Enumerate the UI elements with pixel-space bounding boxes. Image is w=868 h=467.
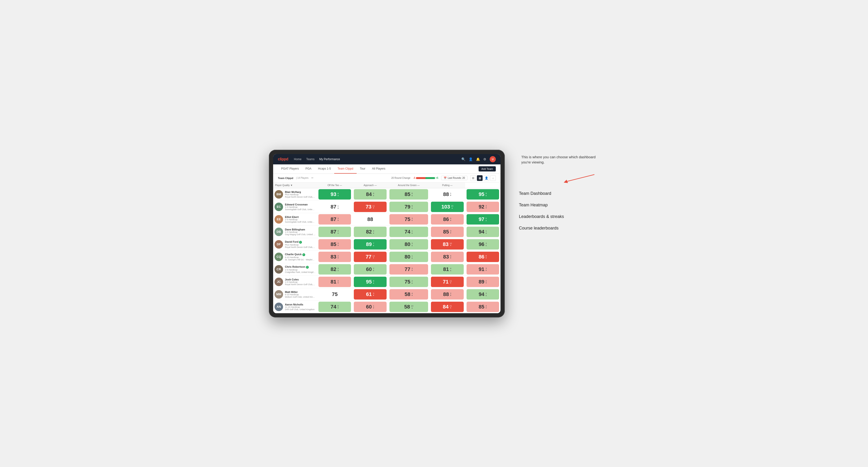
score-box: 85 3▼ xyxy=(318,239,351,250)
score-box: 73 11▼ xyxy=(354,201,386,212)
grid-view-button[interactable]: ⊞ xyxy=(470,175,476,181)
player-name: Matt Miller xyxy=(285,290,316,293)
subnav-pgat[interactable]: PGAT Players xyxy=(278,164,302,174)
player-info: Matt Miller 6-10 Handicap Woburn Golf Cl… xyxy=(285,290,316,298)
quality-score-7: 81 3▼ xyxy=(317,276,352,288)
quality-score-2: 87 3▼ xyxy=(317,213,352,225)
player-cell-9[interactable]: AN Aaron Nicholls 11-15 Handicap Drift G… xyxy=(273,301,317,313)
player-cell-1[interactable]: EC Edward Crossman 1-5 Handicap Sunningd… xyxy=(273,200,317,213)
player-cell-5[interactable]: CQ Charlie Quick✓ 6-10 Handicap St. Geor… xyxy=(273,250,317,263)
around-green-score-8: 88 2▼ xyxy=(430,288,465,301)
player-avatar: AN xyxy=(275,303,283,311)
col-header-putting[interactable]: Putting — xyxy=(430,183,465,188)
off-tee-score-9: 60 1▼ xyxy=(352,301,388,313)
score-box: 87 4▲ xyxy=(318,227,351,237)
approach-score-2: 75 3▼ xyxy=(388,213,430,225)
edit-icon[interactable]: ✏ xyxy=(311,177,313,180)
add-team-button[interactable]: Add Team xyxy=(478,166,496,172)
search-icon[interactable]: 🔍 xyxy=(461,157,465,161)
score-box: 85 8▲ xyxy=(390,189,428,199)
dashboard-item-3[interactable]: Course leaderboards xyxy=(519,222,599,234)
approach-score-3: 74 1▲ xyxy=(388,225,430,238)
score-change: 3▼ xyxy=(411,267,413,271)
col-header-approach[interactable]: Approach — xyxy=(352,183,388,188)
settings-icon[interactable]: ⚙ xyxy=(483,157,486,161)
subnav-tour[interactable]: Tour xyxy=(356,164,369,174)
nav-link-myperformance[interactable]: My Performance xyxy=(319,158,340,161)
person-view-button[interactable]: 👤 xyxy=(484,175,489,181)
off-tee-score-0: 84 6▲ xyxy=(352,188,388,200)
score-box: 95 8▲ xyxy=(354,277,386,287)
player-club: Gog Magog Golf Club, United Kingdom xyxy=(285,233,316,236)
nav-link-home[interactable]: Home xyxy=(294,158,302,161)
around-green-score-6: 81 4▲ xyxy=(430,263,465,276)
score-value: 83 xyxy=(443,254,449,260)
subnav-hcaps[interactable]: Hcaps 1-5 xyxy=(315,164,334,174)
player-cell-4[interactable]: DF David Ford✓ Plus Handicap Royal North… xyxy=(273,238,317,250)
dashboard-item-1[interactable]: Team Heatmap xyxy=(519,199,599,211)
score-change: 1▲ xyxy=(411,230,413,234)
player-cell-2[interactable]: EE Elliot Ebert 1-5 Handicap Sunningdale… xyxy=(273,213,317,225)
player-cell-0[interactable]: BM Blair McHarg Plus Handicap Royal Nort… xyxy=(273,188,317,200)
player-cell-7[interactable]: JC Josh Coles 1-5 Handicap Royal North D… xyxy=(273,276,317,288)
player-name: Blair McHarg xyxy=(285,191,316,193)
score-box: 75 xyxy=(318,289,351,300)
table-row: CR Chris Robertson✓ 1-5 Handicap Craigmi… xyxy=(273,263,500,276)
around-green-score-1: 103 15▲ xyxy=(430,200,465,213)
score-change: 1▲ xyxy=(337,205,339,209)
score-change: 3▼ xyxy=(337,280,339,284)
score-change: 8▲ xyxy=(373,280,374,284)
score-change: 2▲ xyxy=(411,280,413,284)
user-icon[interactable]: 👤 xyxy=(469,157,473,161)
subnav-team-clippd[interactable]: Team Clippd xyxy=(334,164,356,174)
bell-icon[interactable]: 🔔 xyxy=(476,157,480,161)
score-change: 3▲ xyxy=(411,242,413,246)
score-box: 83 3▼ xyxy=(318,252,351,262)
col-header-around-green[interactable]: Around the Green — xyxy=(388,183,430,188)
nav-link-teams[interactable]: Teams xyxy=(306,158,314,161)
score-value: 58 xyxy=(404,291,410,298)
player-cell-8[interactable]: MM Matt Miller 6-10 Handicap Woburn Golf… xyxy=(273,288,317,301)
heatmap-view-button[interactable]: ▦ xyxy=(477,175,483,181)
player-info: David Ford✓ Plus Handicap Royal North De… xyxy=(285,240,316,248)
player-handicap: 1-5 Handicap xyxy=(285,206,316,208)
player-cell-6[interactable]: CR Chris Robertson✓ 1-5 Handicap Craigmi… xyxy=(273,263,317,276)
quality-score-4: 85 3▼ xyxy=(317,238,352,250)
score-box: 74 1▲ xyxy=(390,227,428,237)
score-value: 80 xyxy=(404,241,410,247)
download-view-button[interactable]: ↓ xyxy=(490,175,496,181)
dashboard-item-0[interactable]: Team Dashboard xyxy=(519,188,599,199)
score-box: 94 1▲ xyxy=(467,227,499,237)
subnav-all-players[interactable]: All Players xyxy=(369,164,389,174)
score-box: 88 2▼ xyxy=(431,289,464,300)
score-change: 9▲ xyxy=(486,192,487,196)
table-row: BM Blair McHarg Plus Handicap Royal Nort… xyxy=(273,188,500,200)
player-handicap: 6-10 Handicap xyxy=(285,256,316,258)
score-box: 80 3▲ xyxy=(390,239,428,250)
score-value: 91 xyxy=(478,266,484,272)
score-value: 88 xyxy=(367,216,373,222)
score-box: 87 3▼ xyxy=(318,214,351,224)
player-handicap: 1-5 Handicap xyxy=(285,269,316,271)
putting-score-5: 86 8▼ xyxy=(465,250,500,263)
score-change: 3▼ xyxy=(373,292,374,296)
score-change: 10▼ xyxy=(450,242,452,246)
avatar[interactable]: U xyxy=(490,156,496,162)
col-header-off-tee[interactable]: Off the Tee — xyxy=(317,183,352,188)
score-change: 14▼ xyxy=(372,255,375,259)
last-rounds-button[interactable]: 📅 Last Rounds: 20 xyxy=(441,176,467,180)
putting-score-9: 85 4▼ xyxy=(465,301,500,313)
score-change: 5▲ xyxy=(486,217,487,221)
table-body: BM Blair McHarg Plus Handicap Royal Nort… xyxy=(273,188,500,313)
subnav-pga[interactable]: PGA xyxy=(302,164,315,174)
score-value: 60 xyxy=(366,266,372,272)
col-header-player[interactable]: Player Quality ▼ xyxy=(273,183,317,188)
score-value: 95 xyxy=(478,191,484,197)
player-cell-3[interactable]: DB Dave Billingham 1-5 Handicap Gog Mago… xyxy=(273,225,317,238)
table-row: EC Edward Crossman 1-5 Handicap Sunningd… xyxy=(273,200,500,213)
dashboard-item-2[interactable]: Leaderboards & streaks xyxy=(519,211,599,222)
score-box: 71 11▼ xyxy=(431,277,464,287)
score-value: 88 xyxy=(443,291,449,298)
player-info: Josh Coles 1-5 Handicap Royal North Devo… xyxy=(285,278,316,286)
table-row: EE Elliot Ebert 1-5 Handicap Sunningdale… xyxy=(273,213,500,225)
